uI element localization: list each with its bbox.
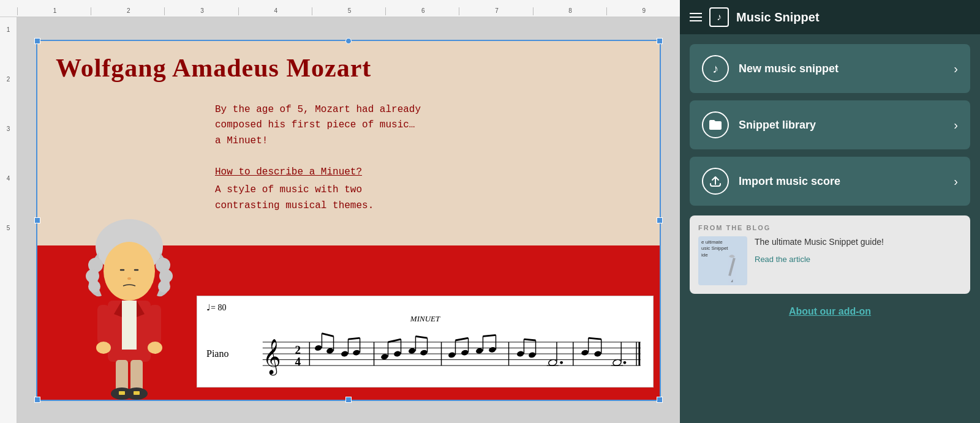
snippet-library-icon [702, 111, 729, 138]
ruler-mark-v1: 1 [7, 26, 10, 33]
svg-point-3 [88, 280, 100, 293]
ruler-mark-5: 5 [312, 7, 385, 15]
minuet-link[interactable]: How to describe a Minuet? [215, 165, 647, 181]
svg-point-83 [624, 361, 627, 364]
snippet-library-button[interactable]: Snippet library › [690, 100, 970, 149]
blog-content: e ultimateusic Snippetide The ultimate M… [698, 236, 962, 285]
svg-point-37 [341, 350, 349, 357]
about-addon-link[interactable]: About our add-on [789, 306, 871, 316]
svg-line-58 [456, 338, 469, 340]
svg-point-34 [326, 347, 334, 354]
svg-point-73 [560, 361, 564, 364]
hamburger-menu-icon[interactable] [690, 13, 702, 21]
mozart-character [68, 210, 190, 400]
svg-point-75 [581, 349, 589, 356]
handle-top-left[interactable] [34, 38, 40, 44]
new-snippet-button[interactable]: ♪ New music snippet › [690, 44, 970, 93]
svg-rect-13 [97, 305, 110, 345]
svg-point-15 [96, 342, 111, 354]
ruler-mark-1: 1 [17, 7, 91, 15]
svg-line-79 [589, 338, 601, 339]
panel-header: ♪ Music Snippet [680, 0, 980, 34]
svg-line-63 [483, 335, 496, 336]
svg-rect-86 [728, 258, 736, 276]
ruler-mark-3: 3 [164, 7, 238, 15]
svg-point-6 [158, 280, 170, 293]
handle-bottom-center[interactable] [345, 397, 352, 403]
handle-right-center[interactable] [657, 217, 663, 223]
svg-marker-87 [729, 279, 734, 282]
new-snippet-icon: ♪ [702, 55, 729, 82]
svg-point-50 [420, 349, 428, 356]
handle-bottom-right[interactable] [657, 397, 663, 403]
svg-rect-22 [134, 391, 140, 395]
menu-buttons-container: ♪ New music snippet › Snippet library › … [680, 34, 980, 215]
import-score-button[interactable]: Import music score › [690, 157, 970, 206]
snippet-library-label: Snippet library [739, 119, 944, 132]
import-score-arrow-icon: › [954, 174, 958, 189]
svg-point-10 [127, 277, 131, 280]
ruler-mark-v4: 4 [7, 175, 10, 182]
svg-point-32 [314, 344, 322, 351]
ruler-mark-v5: 5 [7, 225, 10, 231]
piano-label: Piano [206, 348, 228, 359]
blog-header-label: FROM THE BLOG [698, 224, 962, 231]
ruler-mark-7: 7 [459, 7, 532, 15]
handle-left-center[interactable] [34, 217, 40, 223]
svg-point-77 [594, 350, 602, 357]
slide[interactable]: Wolfgang Amadeus Mozart By the age of 5,… [36, 40, 661, 401]
canvas-area: 1 2 3 4 5 6 7 8 9 1 2 3 4 5 [0, 0, 680, 423]
handle-top-center[interactable] [345, 38, 352, 44]
svg-rect-21 [119, 391, 125, 395]
blog-section: FROM THE BLOG e ultimateusic Snippetide … [690, 215, 970, 294]
svg-line-69 [524, 339, 536, 340]
ruler-mark-8: 8 [533, 7, 606, 15]
svg-text:𝄞: 𝄞 [263, 339, 281, 376]
snippet-library-arrow-icon: › [954, 118, 958, 132]
desc-line2: composed his first piece of music… [215, 119, 415, 130]
svg-point-43 [381, 353, 389, 360]
ruler-mark-4: 4 [238, 7, 312, 15]
minuet-desc: A style of music with two contrasting mu… [215, 184, 374, 211]
slide-description: By the age of 5, Mozart had already comp… [215, 102, 647, 214]
blog-thumbnail: e ultimateusic Snippetide [698, 236, 747, 285]
ruler-mark-v2: 2 [7, 76, 10, 83]
svg-point-39 [353, 349, 361, 356]
svg-point-48 [409, 347, 417, 354]
blog-title-text: The ultimate Music Snippet guide! [755, 236, 884, 249]
handle-bottom-left[interactable] [34, 397, 40, 403]
svg-line-36 [322, 333, 334, 336]
staff-area: Piano 𝄞 2 [206, 327, 644, 381]
new-snippet-arrow-icon: › [954, 62, 958, 76]
svg-point-56 [461, 349, 469, 356]
music-score-box: ♩= 80 MINUET Piano 𝄞 [197, 296, 654, 387]
right-panel: ♪ Music Snippet ♪ New music snippet › Sn… [680, 0, 980, 423]
ruler-mark-2: 2 [91, 7, 164, 15]
ruler-top-marks: 1 2 3 4 5 6 7 8 9 [17, 7, 680, 15]
svg-point-7 [104, 242, 155, 301]
new-snippet-label: New music snippet [739, 62, 944, 75]
slide-bottom-section: ♩= 80 MINUET Piano 𝄞 [37, 245, 660, 400]
handle-top-right[interactable] [657, 38, 663, 44]
ruler-left: 1 2 3 4 5 [0, 17, 17, 423]
svg-point-54 [448, 351, 456, 358]
desc-line3: a Minuet! [215, 135, 268, 146]
slide-title: Wolfgang Amadeus Mozart [56, 53, 371, 83]
ruler-mark-v3: 3 [7, 125, 10, 132]
svg-point-45 [394, 350, 402, 357]
import-score-icon [702, 168, 729, 195]
ruler-top: 1 2 3 4 5 6 7 8 9 [0, 0, 680, 17]
ruler-mark-6: 6 [385, 7, 459, 15]
svg-point-61 [489, 346, 497, 353]
svg-line-52 [416, 336, 428, 338]
import-score-label: Import music score [739, 175, 944, 188]
about-section: About our add-on [680, 294, 980, 329]
svg-text:4: 4 [295, 355, 301, 368]
desc-line1: By the age of 5, Mozart had already [215, 104, 421, 115]
svg-point-67 [529, 351, 537, 358]
svg-line-47 [388, 339, 401, 342]
tempo-mark: ♩= 80 [206, 302, 644, 313]
svg-point-59 [476, 347, 484, 354]
read-article-link[interactable]: Read the article [755, 255, 884, 264]
svg-text:2: 2 [295, 343, 301, 356]
